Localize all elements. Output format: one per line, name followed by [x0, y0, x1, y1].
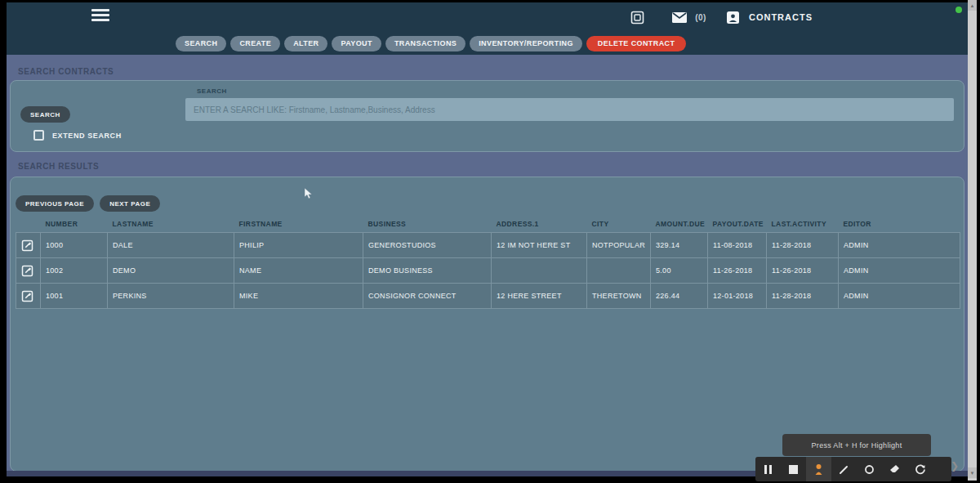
nav-tab-alter[interactable]: ALTER	[284, 36, 327, 51]
app-window: (0) CONTRACTS SEARCHCREATEALTERPAYOUTTRA…	[7, 2, 968, 476]
nav-tab-payout[interactable]: PAYOUT	[332, 36, 381, 51]
next-page-button[interactable]: NEXT PAGE	[100, 195, 160, 212]
search-contracts-title: SEARCH CONTRACTS	[18, 67, 114, 76]
table-cell: NOTPOPULAR	[587, 233, 651, 258]
column-header: BUSINESS	[363, 217, 492, 233]
table-cell: 11-26-2018	[767, 258, 839, 284]
table-cell: 11-26-2018	[708, 258, 767, 284]
results-table: NUMBERLASTNAMEFIRSTNAMEBUSINESSADDRESS.1…	[16, 217, 960, 309]
eraser-icon[interactable]	[882, 457, 907, 481]
table-row: 1002DEMONAMEDEMO BUSINESS5.0011-26-20181…	[16, 258, 960, 284]
table-cell: 226.44	[651, 284, 708, 309]
open-contract-icon[interactable]	[21, 239, 33, 252]
hamburger-menu-icon[interactable]	[91, 9, 109, 23]
screen: (0) CONTRACTS SEARCHCREATEALTERPAYOUTTRA…	[0, 0, 980, 483]
recorder-tooltip: Press Alt + H for Highlight	[782, 434, 931, 456]
column-header: LAST.ACTIVITY	[767, 217, 839, 233]
table-cell	[492, 258, 587, 284]
column-header: ADDRESS.1	[492, 217, 587, 233]
table-cell: 11-28-2018	[767, 233, 839, 258]
table-cell: DEMO	[108, 258, 234, 284]
table-cell: 11-08-2018	[708, 233, 767, 258]
table-cell: MIKE	[234, 284, 363, 309]
pen-icon[interactable]	[831, 457, 857, 481]
search-results-title: SEARCH RESULTS	[18, 162, 99, 171]
table-cell: GENEROSTUDIOS	[363, 233, 492, 258]
table-cell: ADMIN	[839, 233, 960, 258]
top-navbar: (0) CONTRACTS SEARCHCREATEALTERPAYOUTTRA…	[7, 2, 968, 55]
table-cell: DALE	[108, 233, 234, 258]
table-row: 1001PERKINSMIKECONSIGNOR CONNECT12 HERE …	[16, 284, 960, 309]
nav-tab-transactions[interactable]: TRANSACTIONS	[385, 36, 466, 51]
table-cell: PHILIP	[234, 233, 363, 258]
column-header: EDITOR	[839, 217, 960, 233]
mail-count: (0)	[695, 13, 706, 22]
results-panel: PREVIOUS PAGE NEXT PAGE NUMBERLASTNAMEFI…	[10, 177, 964, 472]
refresh-icon[interactable]	[907, 457, 933, 481]
table-cell	[587, 258, 651, 284]
table-body: 1000DALEPHILIPGENEROSTUDIOS12 IM NOT HER…	[16, 233, 960, 309]
column-header: PAYOUT.DATE	[708, 217, 767, 233]
vertical-scrollbar[interactable]: ▲ ▼	[968, 0, 977, 481]
nav-tabs: SEARCHCREATEALTERPAYOUTTRANSACTIONSINVEN…	[176, 36, 686, 51]
table-cell: 1000	[41, 233, 108, 258]
table-cell: 5.00	[651, 258, 708, 284]
edit-cell	[16, 258, 41, 284]
table-cell: DEMO BUSINESS	[363, 258, 492, 284]
nav-tab-create[interactable]: CREATE	[230, 36, 280, 51]
table-cell: 12 IM NOT HERE ST	[492, 233, 587, 258]
apps-grid-icon[interactable]	[630, 10, 644, 25]
column-header: LASTNAME	[108, 217, 234, 233]
extend-search-label: EXTEND SEARCH	[52, 132, 122, 140]
mail-icon[interactable]	[672, 10, 687, 25]
open-contract-icon[interactable]	[21, 265, 33, 277]
account-box-icon[interactable]	[726, 10, 741, 25]
table-cell: PERKINS	[108, 284, 234, 309]
edit-cell	[16, 284, 41, 309]
search-panel: SEARCH SEARCH EXTEND SEARCH	[10, 80, 964, 152]
nav-tab-inventory-reporting[interactable]: INVENTORY/REPORTING	[470, 36, 582, 51]
scrollbar-down-arrow[interactable]: ▼	[968, 467, 977, 478]
recorder-toolbar	[755, 457, 951, 481]
pause-icon[interactable]	[755, 457, 781, 481]
app-title: CONTRACTS	[749, 12, 813, 22]
table-cell: 12-01-2018	[708, 284, 767, 309]
extend-search-checkbox[interactable]	[33, 130, 44, 141]
table-cell: 1001	[41, 284, 108, 309]
nav-tab-search[interactable]: SEARCH	[176, 36, 226, 51]
table-cell: 12 HERE STREET	[492, 284, 587, 309]
column-header: AMOUNT.DUE	[651, 217, 708, 233]
search-input-label: SEARCH	[197, 87, 227, 95]
stop-icon[interactable]	[781, 457, 806, 481]
mouse-cursor	[304, 187, 314, 203]
table-cell: 11-28-2018	[767, 284, 839, 309]
scrollbar-up-arrow[interactable]: ▲	[968, 0, 977, 11]
table-cell: ADMIN	[839, 284, 960, 309]
table-header-row: NUMBERLASTNAMEFIRSTNAMEBUSINESSADDRESS.1…	[16, 217, 960, 233]
open-contract-icon[interactable]	[21, 290, 33, 302]
status-dot	[956, 7, 962, 13]
table-cell: THERETOWN	[587, 284, 651, 309]
table-row: 1000DALEPHILIPGENEROSTUDIOS12 IM NOT HER…	[16, 233, 960, 258]
table-cell: ADMIN	[839, 258, 960, 284]
search-input[interactable]	[185, 98, 954, 121]
table-cell: NAME	[234, 258, 363, 284]
previous-page-button[interactable]: PREVIOUS PAGE	[16, 195, 94, 212]
toolbar-expand-chevron-icon[interactable]: ❯	[951, 460, 959, 472]
edit-cell	[16, 233, 41, 258]
table-cell: CONSIGNOR CONNECT	[363, 284, 492, 309]
search-button[interactable]: SEARCH	[20, 106, 70, 123]
column-header: NUMBER	[41, 217, 108, 233]
column-header: FIRSTNAME	[234, 217, 363, 233]
highlight-cursor-icon[interactable]	[806, 457, 831, 481]
nav-tab-delete-contract[interactable]: DELETE CONTRACT	[586, 36, 687, 51]
column-header: CITY	[587, 217, 651, 233]
shape-circle-icon[interactable]	[857, 457, 882, 481]
table-cell: 329.14	[651, 233, 708, 258]
table-cell: 1002	[41, 258, 108, 284]
